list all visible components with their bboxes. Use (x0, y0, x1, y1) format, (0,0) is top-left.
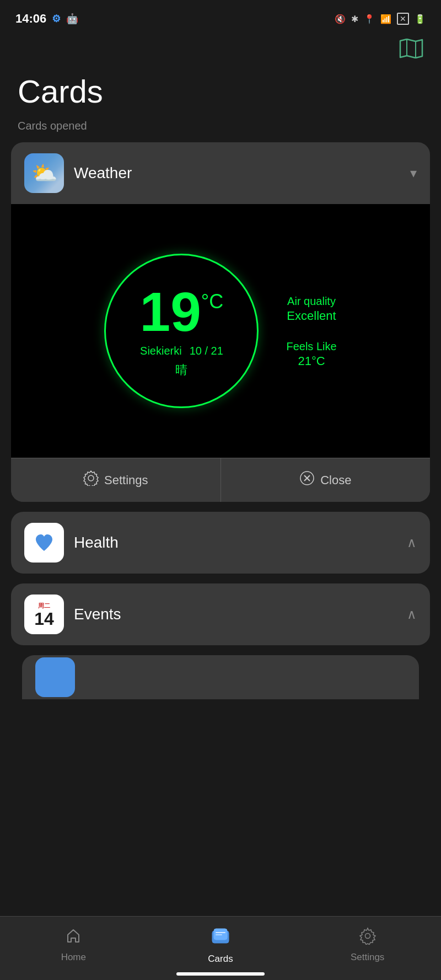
health-chevron-icon[interactable]: ∧ (407, 535, 417, 550)
weather-range: 10 / 21 (190, 345, 223, 357)
close-action-icon (299, 470, 315, 490)
status-bar: 14:06 ⚙ 🤖 🔇 ✱ 📍 📶 ✕ 🔋 (0, 0, 441, 33)
events-app-icon: 周二 14 (24, 595, 64, 634)
weather-settings-button[interactable]: Settings (11, 458, 221, 502)
events-date-num: 14 (34, 610, 54, 628)
settings-nav-label: Settings (351, 952, 384, 963)
mute-icon: 🔇 (335, 14, 346, 24)
weather-icon: ⛅ (31, 163, 57, 184)
settings-action-icon (83, 470, 99, 490)
home-nav-label: Home (61, 952, 86, 963)
feels-like-detail: Feels Like 21°C (286, 339, 336, 368)
events-card-title: Events (74, 606, 397, 623)
health-card-header[interactable]: Health ∧ (11, 512, 430, 574)
page-title: Cards (0, 62, 441, 114)
svg-marker-12 (360, 928, 375, 945)
section-label: Cards opened (0, 114, 441, 142)
robot-status-icon: 🤖 (66, 13, 78, 25)
weather-location: Siekierki (140, 345, 182, 357)
weather-circle: 19 °C Siekierki 10 / 21 晴 (104, 254, 259, 408)
events-card: 周二 14 Events ∧ (11, 583, 430, 645)
feels-like-label: Feels Like (286, 339, 336, 354)
wifi-icon: 📶 (380, 14, 391, 24)
svg-rect-10 (216, 932, 225, 933)
weather-card-header[interactable]: ⛅ Weather ▾ (11, 142, 430, 204)
svg-marker-2 (84, 471, 98, 486)
settings-nav-icon (359, 927, 377, 949)
bluetooth-icon: ✱ (351, 14, 358, 24)
svg-rect-11 (216, 934, 222, 935)
weather-card-title: Weather (74, 164, 400, 182)
home-nav-icon (64, 927, 82, 949)
feels-like-value: 21°C (286, 354, 336, 368)
events-chevron-icon[interactable]: ∧ (407, 607, 417, 622)
cards-container: ⛅ Weather ▾ 19 °C Siekierki 10 / 21 晴 (0, 142, 441, 699)
close-action-label: Close (320, 473, 351, 488)
signal-x-icon: ✕ (397, 13, 409, 25)
temp-unit: °C (201, 292, 223, 312)
bottom-nav: Home Cards Settings (0, 916, 441, 980)
health-card-title: Health (74, 534, 397, 551)
partial-app-icon (35, 657, 75, 697)
nav-cards[interactable]: Cards (187, 925, 254, 965)
weather-card-actions: Settings Close (11, 458, 430, 502)
svg-point-13 (365, 934, 370, 939)
gear-status-icon: ⚙ (52, 13, 61, 25)
settings-action-label: Settings (104, 473, 148, 488)
health-card: Health ∧ (11, 512, 430, 574)
health-app-icon (24, 523, 64, 563)
air-quality-label: Air quality (286, 293, 336, 309)
weather-condition: 晴 (175, 362, 187, 378)
cards-nav-label: Cards (208, 954, 233, 965)
weather-close-button[interactable]: Close (221, 458, 431, 502)
weather-chevron-icon[interactable]: ▾ (410, 165, 417, 181)
weather-app-icon: ⛅ (24, 153, 64, 193)
events-card-header[interactable]: 周二 14 Events ∧ (11, 583, 430, 645)
partial-card (22, 655, 419, 699)
battery-icon: 🔋 (415, 14, 426, 24)
temperature-display: 19 °C (140, 284, 224, 339)
weather-widget: 19 °C Siekierki 10 / 21 晴 Air quality Ex… (11, 204, 430, 458)
time-display: 14:06 (15, 12, 46, 26)
svg-point-3 (88, 475, 94, 481)
top-icon-row (0, 33, 441, 62)
map-icon[interactable] (399, 39, 423, 62)
temp-value: 19 (140, 284, 201, 339)
air-quality-detail: Air quality Excellent (286, 293, 336, 323)
air-quality-value: Excellent (286, 309, 336, 323)
status-icons-right: 🔇 ✱ 📍 📶 ✕ 🔋 (335, 13, 426, 25)
location-icon: 📍 (364, 14, 375, 24)
weather-card: ⛅ Weather ▾ 19 °C Siekierki 10 / 21 晴 (11, 142, 430, 502)
weather-display: 19 °C Siekierki 10 / 21 晴 Air quality Ex… (104, 254, 336, 408)
nav-home[interactable]: Home (40, 927, 106, 963)
cards-nav-icon (210, 925, 231, 950)
weather-details: Air quality Excellent Feels Like 21°C (286, 293, 336, 368)
nav-settings[interactable]: Settings (335, 927, 401, 963)
nav-indicator (176, 972, 265, 976)
